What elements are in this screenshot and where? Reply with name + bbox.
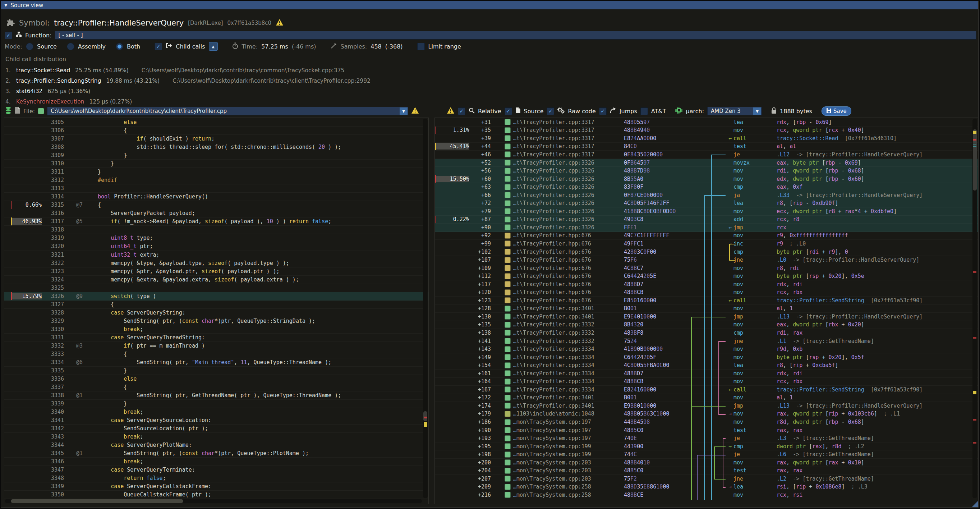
assembly-line[interactable]: +154…t\TracyProfiler.cpp:33344C8D055FBA0…: [435, 361, 978, 369]
source-vertical-scrollbar[interactable]: [423, 119, 428, 498]
source-line[interactable]: 3346 break;: [4, 458, 428, 466]
assembly-line[interactable]: +90…t\TracyProfiler.cpp:3326FFE1←jmprcx: [435, 224, 978, 232]
assembly-line[interactable]: +123…t\TracyProfiler.hpp:676E850160000←c…: [435, 297, 978, 305]
save-button[interactable]: Save: [821, 107, 851, 116]
child-call-entry[interactable]: 1.tracy::Socket::Read25.25 ms (54.89%)C:…: [5, 65, 724, 75]
raw-code-checkbox[interactable]: ✓: [547, 108, 554, 115]
source-line[interactable]: 3349 case ServerQueryCallstackFrame:: [4, 482, 428, 491]
source-line[interactable]: 3338@1 SendString( ptr, GetThreadName( p…: [4, 391, 428, 400]
source-line[interactable]: 3342 SendSourceLocation( ptr );: [4, 425, 428, 433]
relative-checkbox[interactable]: ✓: [458, 108, 465, 115]
source-line[interactable]: 3306 {: [4, 127, 428, 135]
source-line[interactable]: 3320 uint64_t ptr;: [4, 242, 428, 251]
source-line[interactable]: 3329 SendString( ptr, (const char*)ptr, …: [4, 317, 428, 325]
source-line[interactable]: 3336 else: [4, 375, 428, 383]
assembly-line[interactable]: +174…t\TracyProfiler.cpp:3401E9B8010000j…: [435, 402, 978, 410]
function-combo[interactable]: [ - self - ]: [55, 31, 977, 40]
assembly-line[interactable]: +186…mon\TracySystem.cpp:197448B4598movr…: [435, 418, 978, 426]
jumps-checkbox[interactable]: ✓: [599, 108, 607, 115]
assembly-line[interactable]: +167…t\TracyProfiler.cpp:3334E824160000←…: [435, 386, 978, 394]
assembly-line[interactable]: +204…mon\TracySystem.cpp:2034885C0testra…: [435, 467, 978, 475]
assembly-line[interactable]: 0.22%+87…t\TracyProfiler.cpp:33264903C8a…: [435, 216, 978, 224]
source-line[interactable]: 3311}: [4, 168, 428, 176]
assembly-line[interactable]: +130…t\TracyProfiler.cpp:3401E9E4010000j…: [435, 313, 978, 321]
uarch-combo[interactable]: AMD Zen 3 ▼: [707, 107, 762, 115]
assembly-line[interactable]: +149…t\TracyProfiler.cpp:3334C64424205Fm…: [435, 353, 978, 362]
source-line[interactable]: 3335 }: [4, 367, 428, 375]
source-checkbox[interactable]: ✓: [504, 108, 512, 115]
assembly-vertical-scrollbar[interactable]: [972, 119, 977, 498]
child-calls-checkbox[interactable]: ✓: [154, 43, 162, 50]
source-line[interactable]: 15.79%3326@9 switch( type ): [4, 292, 428, 301]
assembly-line[interactable]: +99…t\TracyProfiler.hpp:67649FFC1→incr9 …: [435, 240, 978, 248]
assembly-line[interactable]: +56…t\TracyProfiler.cpp:3326488B7D98movr…: [435, 167, 978, 175]
radio-source[interactable]: [26, 43, 33, 50]
source-line[interactable]: 46.93%3317@5 if( !m_sock->Read( &payload…: [4, 218, 428, 226]
assembly-line[interactable]: +63…t\TracyProfiler.cpp:332683F80Fcmpeax…: [435, 183, 978, 191]
child-calls-sort-button[interactable]: ▲: [209, 42, 218, 51]
source-line[interactable]: 3343 break;: [4, 433, 428, 441]
assembly-line[interactable]: +138…t\TracyProfiler.cpp:3332483BF8cmprd…: [435, 329, 978, 337]
source-line[interactable]: 3316 ServerQueryPacket payload;: [4, 209, 428, 218]
assembly-line[interactable]: +179…1103\include\atomic:1048488B05B63C1…: [435, 410, 978, 418]
assembly-line[interactable]: +141…t\TracyProfiler.cpp:33327524jne.L1 …: [435, 337, 978, 345]
source-line[interactable]: 3307 if( shouldExit ) return;: [4, 135, 428, 143]
assembly-line[interactable]: +39…t\TracyProfiler.cpp:3317E824AA0000←c…: [435, 134, 978, 143]
source-line[interactable]: 3337 {: [4, 383, 428, 391]
source-line[interactable]: 3327 {: [4, 301, 428, 309]
assembly-line[interactable]: +198…mon\TracySystem.cpp:199744Cje.L6 ->…: [435, 450, 978, 459]
source-line[interactable]: 3332@3 if( ptr == m_mainThread ): [4, 342, 428, 350]
source-line[interactable]: 3345@1 SendString( ptr, (const char*)ptr…: [4, 449, 428, 458]
source-line[interactable]: 3309 }: [4, 151, 428, 160]
source-line[interactable]: 3314bool Profiler::HandleServerQuery(): [4, 192, 428, 201]
source-horizontal-scrollbar[interactable]: [5, 499, 422, 503]
scrollbar-handle[interactable]: [423, 411, 427, 421]
assembly-line[interactable]: +92…t\TracyProfiler.hpp:67649C7C1FFFFFFF…: [435, 232, 978, 240]
file-combo[interactable]: C:\Users\wolf\Desktop\darkrl\contrib\tra…: [47, 107, 408, 115]
assembly-line[interactable]: +209…mon\TracySystem.cpp:258488D35E88610…: [435, 483, 978, 492]
assembly-line[interactable]: +195…mon\TracySystem.cpp:199443900→cmpdw…: [435, 442, 978, 451]
assembly-line[interactable]: +102…t\TracyProfiler.hpp:67642803C0F00cm…: [435, 248, 978, 256]
limit-range-checkbox[interactable]: ✓: [417, 43, 425, 50]
assembly-line[interactable]: +120…t\TracyProfiler.hpp:676488BCBmovrcx…: [435, 288, 978, 297]
scrollbar-handle[interactable]: [11, 499, 183, 503]
source-line[interactable]: 3313: [4, 185, 428, 192]
child-call-entry[interactable]: 3.stat64i32625 µs (1.36%): [5, 86, 724, 96]
uarch-combo-arrow-icon[interactable]: ▼: [753, 108, 761, 115]
source-line[interactable]: 3339 }: [4, 400, 428, 408]
source-line[interactable]: 3323 memcpy( &ptr, &payload.ptr, sizeof(…: [4, 267, 428, 276]
assembly-line[interactable]: +200…mon\TracySystem.cpp:203488B4010movr…: [435, 459, 978, 467]
assembly-line[interactable]: +172…t\TracyProfiler.cpp:3401B001moval, …: [435, 394, 978, 402]
source-line[interactable]: 3305 else: [4, 118, 428, 127]
source-line[interactable]: 3310 }: [4, 160, 428, 168]
assembly-line[interactable]: +79…t\TracyProfiler.cpp:3326418B8C80E0BF…: [435, 207, 978, 216]
source-line[interactable]: 0.66%3315@7{: [4, 201, 428, 209]
source-line[interactable]: 3344 case ServerQueryPlotName:: [4, 441, 428, 449]
assembly-line[interactable]: +72…t\TracyProfiler.cpp:33264C8D05F146F2…: [435, 199, 978, 207]
assembly-line[interactable]: +161…t\TracyProfiler.cpp:3334488BD7movrd…: [435, 369, 978, 378]
assembly-line[interactable]: +207…mon\TracySystem.cpp:20375F2jne.L2 -…: [435, 475, 978, 483]
assembly-line[interactable]: +46…t\TracyProfiler.cpp:33170F8435020000…: [435, 151, 978, 159]
source-line[interactable]: 3328 case ServerQueryString:: [4, 309, 428, 317]
assembly-line[interactable]: +193…mon\TracySystem.cpp:197740Eje.L3 ->…: [435, 434, 978, 442]
source-line[interactable]: 3331 case ServerQueryThreadString:: [4, 334, 428, 342]
source-line[interactable]: 3322 memcpy( &type, &payload.type, sizeo…: [4, 259, 428, 267]
function-checkbox[interactable]: ✓: [5, 32, 12, 39]
source-line[interactable]: 3348 return false;: [4, 474, 428, 482]
source-line[interactable]: 3324 memcpy( &extra, &payload.extra, siz…: [4, 276, 428, 284]
file-combo-arrow-icon[interactable]: ▼: [399, 108, 407, 115]
source-line[interactable]: 3308 std::this_thread::sleep_for( std::c…: [4, 143, 428, 151]
source-line[interactable]: 3333 {: [4, 350, 428, 358]
assembly-line[interactable]: 45.41%+44…t\TracyProfiler.cpp:331784C0te…: [435, 143, 978, 151]
source-line[interactable]: 3347 case ServerQueryTerminate:: [4, 466, 428, 474]
window-titlebar[interactable]: ▼ Source view: [1, 1, 978, 10]
assembly-line[interactable]: 1.31%+35…t\TracyProfiler.cpp:3317488B494…: [435, 127, 978, 135]
source-line[interactable]: 3321 uint32_t extra;: [4, 251, 428, 259]
source-line[interactable]: 3312#endif: [4, 176, 428, 185]
source-line[interactable]: 3341 case ServerQuerySourceLocation:: [4, 416, 428, 425]
child-call-entry[interactable]: 2.tracy::Profiler::SendLongString19.88 m…: [5, 75, 724, 86]
assembly-line[interactable]: +216…mon\TracySystem.cpp:258488BCEmovrcx…: [435, 491, 978, 499]
assembly-line[interactable]: +117…t\TracyProfiler.hpp:676488BD7movrdx…: [435, 280, 978, 289]
assembly-line[interactable]: +128…t\TracyProfiler.cpp:3401B001moval, …: [435, 305, 978, 313]
child-call-entry[interactable]: 4.KeSynchronizeExecution125 µs (0.27%): [5, 96, 724, 107]
